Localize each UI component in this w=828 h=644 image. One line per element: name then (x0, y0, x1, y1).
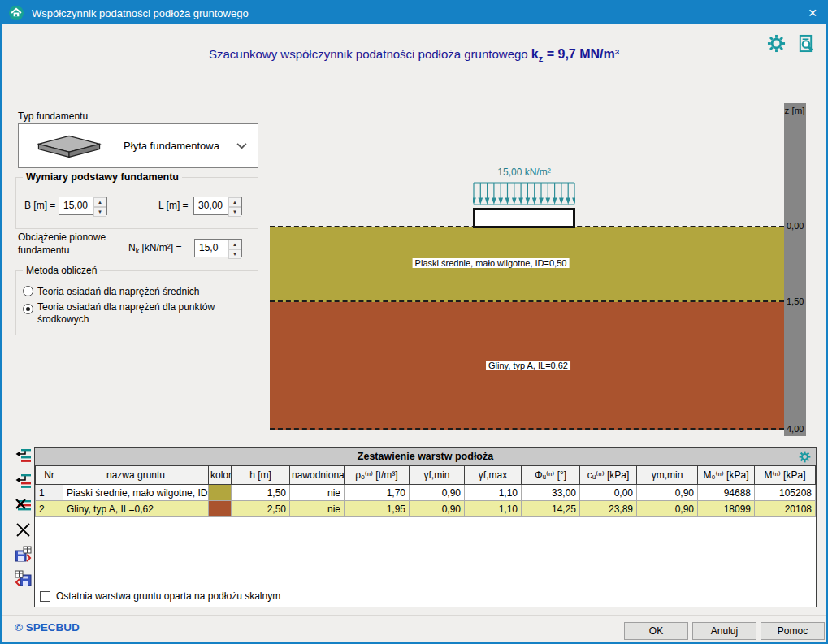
cell-saturated[interactable]: nie (290, 501, 345, 517)
cell-gf-max[interactable]: 1,10 (465, 485, 522, 501)
chevron-down-icon (236, 142, 247, 149)
method-radio-mean-stress[interactable] (23, 286, 33, 296)
col-header-gf-min: γf,min (410, 466, 465, 485)
foundation-type-value: Płyta fundamentowa (106, 140, 236, 152)
result-heading: Szacunkowy współczynnik podatności podło… (2, 47, 826, 63)
l-label: L [m] = (158, 200, 189, 211)
col-header-cu: cᵤ⁽ⁿ⁾ [kPa] (580, 466, 637, 485)
depth-mark-0: 0,00 (787, 221, 819, 231)
l-spin-up[interactable]: ▲ (228, 197, 241, 207)
close-button[interactable]: ✕ (799, 2, 826, 24)
col-header-m: M⁽ⁿ⁾ [kPa] (755, 466, 816, 485)
delete-layer-icon[interactable] (14, 496, 33, 515)
cell-nr: 2 (36, 501, 63, 517)
nk-spin-down[interactable]: ▼ (228, 249, 241, 259)
soil-layers-table: Zestawienie warstw podłoża Nr (34, 447, 817, 607)
cell-h[interactable]: 2,50 (232, 501, 290, 517)
col-header-soil-name: nazwa gruntu (63, 466, 209, 485)
foundation-type-label: Typ fundamentu (18, 110, 88, 122)
cell-soil-name[interactable]: Piaski średnie, mało wilgotne, ID=0,50 (63, 485, 209, 501)
cell-color-swatch[interactable] (209, 485, 232, 501)
col-header-h: h [m] (232, 466, 290, 485)
cell-rho[interactable]: 1,95 (345, 501, 410, 517)
cell-h[interactable]: 1,50 (232, 485, 290, 501)
layer-toolbar (14, 447, 35, 588)
load-layers-icon[interactable] (14, 569, 33, 588)
save-layers-icon[interactable] (14, 545, 33, 564)
table-header-row: Nr nazwa gruntu kolor h [m] nawodniona ρ… (36, 466, 816, 485)
col-header-m0: M₀⁽ⁿ⁾ [kPa] (698, 466, 755, 485)
insert-layer-below-icon[interactable] (14, 472, 33, 491)
table-settings-gear-icon[interactable] (799, 451, 811, 463)
b-spin-up[interactable]: ▲ (93, 197, 106, 207)
footer-divider (2, 615, 826, 616)
cancel-button[interactable]: Anuluj (692, 622, 756, 640)
table-row[interactable]: 1 Piaski średnie, mało wilgotne, ID=0,50… (36, 485, 816, 501)
result-heading-text: Szacunkowy współczynnik podatności podło… (209, 47, 528, 61)
foundation-slab-icon (32, 132, 106, 160)
cell-cu[interactable]: 0,00 (580, 485, 637, 501)
cell-saturated[interactable]: nie (290, 485, 345, 501)
method-radio-center-points-label: Teoria osiadań dla naprężeń dla punktów … (37, 301, 239, 326)
l-input[interactable]: 30,00 ▲▼ (193, 197, 242, 215)
layer-boundary-line (270, 300, 784, 302)
dialog-window: Współczynnik podatności podłoża gruntowe… (0, 0, 828, 644)
app-logo-icon (8, 5, 24, 21)
col-header-nr: Nr (36, 466, 63, 485)
cell-gf-min[interactable]: 0,90 (410, 501, 465, 517)
depth-axis-bar (784, 103, 806, 436)
load-label-line2: fundamentu (18, 244, 69, 256)
load-label-line1: Obciążenie pionowe (18, 231, 106, 243)
profile-bottom-line (270, 428, 784, 430)
b-input[interactable]: 15,00 ▲▼ (59, 197, 107, 215)
cell-rho[interactable]: 1,70 (345, 485, 410, 501)
ok-button[interactable]: OK (624, 622, 688, 640)
cell-m0[interactable]: 18099 (698, 501, 755, 517)
nk-label: Nk [kN/m²] = (128, 242, 182, 255)
cell-phi[interactable]: 14,25 (522, 501, 580, 517)
nk-spin-up[interactable]: ▲ (228, 240, 241, 249)
layer-2-label: Gliny, typ A, IL=0,62 (486, 361, 570, 370)
cell-gf-min[interactable]: 0,90 (410, 485, 465, 501)
help-button[interactable]: Pomoc (761, 622, 825, 640)
cell-m[interactable]: 20108 (755, 501, 816, 517)
col-header-color: kolor (209, 466, 232, 485)
insert-layer-above-icon[interactable] (14, 447, 33, 466)
table-title: Zestawienie warstw podłoża (358, 451, 493, 462)
method-radio-mean-stress-label: Teoria osiadań dla naprężeń średnich (37, 286, 199, 298)
cell-gm-min[interactable]: 0,90 (637, 485, 698, 501)
cell-m[interactable]: 105208 (755, 485, 816, 501)
titlebar: Współczynnik podatności podłoża gruntowe… (2, 2, 826, 24)
depth-mark-1: 1,50 (787, 296, 819, 306)
table-row[interactable]: 2 Gliny, typ A, IL=0,62 2,50 nie 1,95 0,… (36, 501, 816, 517)
foundation-type-dropdown[interactable]: Płyta fundamentowa (18, 123, 258, 168)
col-header-rho: ρₒ⁽ⁿ⁾ [t/m³] (345, 466, 410, 485)
b-spin-down[interactable]: ▼ (93, 207, 106, 217)
dimensions-group-label: Wymiary podstawy fundamentu (23, 171, 182, 183)
cell-soil-name[interactable]: Gliny, typ A, IL=0,62 (63, 501, 209, 517)
method-radio-center-points[interactable] (23, 304, 33, 314)
cell-m0[interactable]: 94688 (698, 485, 755, 501)
cell-cu[interactable]: 23,89 (580, 501, 637, 517)
cell-color-swatch[interactable] (209, 501, 232, 517)
method-group-label: Metoda obliczeń (23, 265, 100, 276)
nk-input[interactable]: 15,0 ▲▼ (194, 239, 242, 257)
cell-nr: 1 (36, 485, 63, 501)
depth-mark-2: 4,00 (787, 424, 819, 434)
brand-label: © SPECBUD (15, 621, 80, 633)
col-header-saturated: nawodniona (290, 466, 345, 485)
cell-gm-min[interactable]: 0,90 (637, 501, 698, 517)
b-label: B [m] = (24, 200, 55, 211)
load-value-label: 15,00 kN/m² (473, 166, 575, 178)
col-header-gm-min: γm,min (637, 466, 698, 485)
rock-base-row: Ostatnia warstwa gruntu oparta na podłoż… (40, 590, 280, 602)
delete-all-layers-icon[interactable] (14, 521, 33, 539)
cell-gf-max[interactable]: 1,10 (465, 501, 522, 517)
distributed-load-arrows (473, 181, 575, 207)
rock-base-checkbox-label: Ostatnia warstwa gruntu oparta na podłoż… (56, 590, 280, 602)
cell-phi[interactable]: 33,00 (522, 485, 580, 501)
rock-base-checkbox[interactable] (40, 591, 50, 602)
l-spin-down[interactable]: ▼ (228, 207, 241, 217)
depth-axis-label: z [m] (781, 106, 808, 115)
table-title-bar: Zestawienie warstw podłoża (35, 448, 816, 465)
